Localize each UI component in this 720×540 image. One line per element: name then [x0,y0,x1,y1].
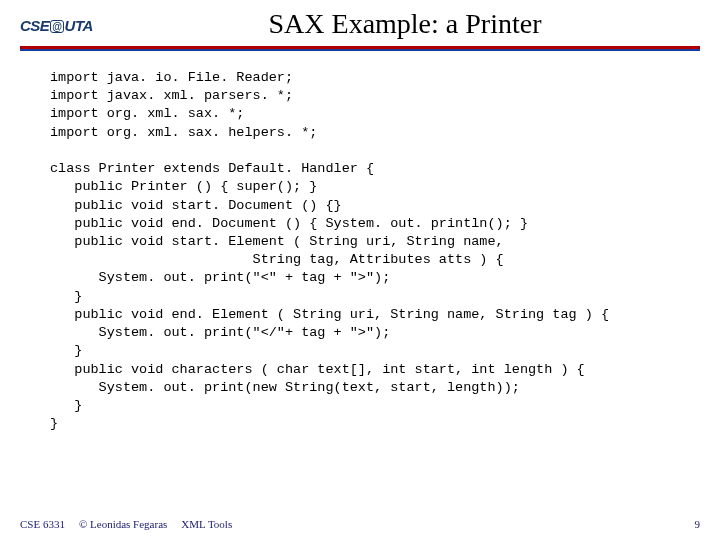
footer-copyright: © Leonidas Fegaras [79,518,167,530]
slide-title: SAX Example: a Printer [110,8,700,40]
footer-page: 9 [695,518,701,530]
code-block: import java. io. File. Reader; import ja… [50,69,720,433]
slide-footer: CSE 6331 © Leonidas Fegaras XML Tools 9 [20,518,700,530]
logo-prefix: CSE [20,17,49,34]
logo: CSE@UTA [20,10,110,40]
footer-topic: XML Tools [181,518,232,530]
slide-header: CSE@UTA SAX Example: a Printer [0,0,720,40]
divider-blue [20,49,700,51]
logo-text: CSE@UTA [20,17,93,34]
footer-left: CSE 6331 © Leonidas Fegaras XML Tools [20,518,232,530]
logo-suffix: UTA [65,17,93,34]
footer-course: CSE 6331 [20,518,65,530]
logo-at: @ [50,20,63,33]
